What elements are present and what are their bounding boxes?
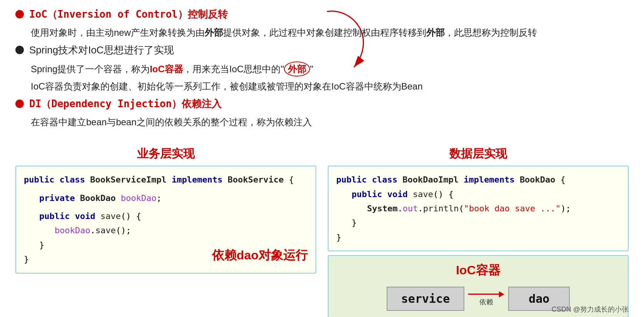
arrow-area: 依赖: [468, 291, 504, 307]
spring-sub-text2: ，用来充当IoC思想中的": [183, 62, 284, 76]
ioc-desc-3: ，此思想称为控制反转: [445, 27, 537, 38]
rcode-line-4: }: [336, 216, 620, 230]
arrow-head: [499, 291, 504, 297]
code-line-4: bookDao.save();: [24, 223, 308, 237]
bottom-section: 业务层实现 public class BookServiceImpl imple…: [0, 146, 644, 317]
spring-title-text: Spring技术对IoC思想进行了实现: [29, 43, 174, 58]
code-line-3: public void save() {: [24, 209, 308, 223]
di-sub-item-1: 在容器中建立bean与bean之间的依赖关系的整个过程，称为依赖注入: [31, 115, 629, 129]
arrow-label: 依赖: [479, 297, 493, 307]
code-line-2: private BookDao bookDao;: [24, 191, 308, 205]
spring-ioc-highlight: IoC容器: [150, 62, 183, 76]
spring-bullet-item: Spring技术对IoC思想进行了实现: [15, 43, 629, 58]
left-panel-title: 业务层实现: [15, 146, 316, 162]
bullet-dot-2: [15, 46, 24, 54]
right-panel: 数据层实现 public class BookDaoImpl implement…: [328, 146, 629, 317]
di-bullet-item: DI（Dependency Injection）依赖注入: [15, 96, 629, 111]
arrow-line: [468, 291, 504, 297]
footer: CSDN @努力成长的小张: [552, 305, 629, 314]
ioc-container-title: IoC容器: [336, 262, 620, 279]
spring-sub-text1: Spring提供了一个容器，称为: [31, 62, 150, 76]
di-title-text: DI（Dependency Injection）依赖注入: [29, 96, 222, 111]
ioc-desc-1: 使用对象时，由主动new产生对象转换为由: [31, 27, 205, 38]
ioc-bullet-item: IoC（Inversion of Control）控制反转: [15, 7, 629, 22]
ioc-title-text: IoC（Inversion of Control）控制反转: [29, 7, 228, 22]
waibiao-circle: 外部: [284, 61, 310, 76]
spring-sub-desc-2: IoC容器负责对象的创建、初始化等一系列工作，被创建或被管理的对象在IoC容器中…: [31, 80, 423, 93]
ioc-desc-text: 使用对象时，由主动new产生对象转换为由外部提供对象，此过程中对象创建控制权由程…: [31, 26, 537, 40]
main-content: IoC（Inversion of Control）控制反转 使用对象时，由主动n…: [0, 0, 644, 139]
spring-sub-list: Spring提供了一个容器，称为IoC容器，用来充当IoC思想中的"外部" Io…: [31, 61, 629, 93]
rcode-line-3: System.out.println("book dao save ...");: [336, 201, 620, 216]
bullet-dot-1: [15, 10, 24, 18]
arrow-shaft: [468, 294, 499, 295]
left-code-box: public class BookServiceImpl implements …: [15, 166, 316, 273]
ioc-waibei-2: 外部: [426, 27, 445, 38]
spring-sub-desc-1: Spring提供了一个容器，称为IoC容器，用来充当IoC思想中的"外部": [31, 61, 313, 76]
spring-sub-item-1: Spring提供了一个容器，称为IoC容器，用来充当IoC思想中的"外部": [31, 61, 629, 76]
di-sub-desc: 在容器中建立bean与bean之间的依赖关系的整个过程，称为依赖注入: [31, 115, 312, 129]
right-panel-title: 数据层实现: [328, 146, 629, 162]
di-title-label: DI（Dependency Injection）依赖注入: [29, 98, 222, 110]
right-code-box: public class BookDaoImpl implements Book…: [328, 166, 629, 251]
service-box: service: [387, 287, 464, 311]
code-line-1: public class BookServiceImpl implements …: [24, 173, 308, 187]
ioc-desc-2: 提供对象，此过程中对象创建控制权由程序转移到: [223, 27, 426, 38]
rcode-line-1: public class BookDaoImpl implements Book…: [336, 173, 620, 187]
dependency-note: 依赖dao对象运行: [212, 245, 308, 266]
closing-quote: ": [310, 62, 314, 76]
rcode-line-2: public void save() {: [336, 187, 620, 201]
spring-sub-item-2: IoC容器负责对象的创建、初始化等一系列工作，被创建或被管理的对象在IoC容器中…: [31, 80, 629, 93]
rcode-line-5: }: [336, 230, 620, 244]
bullet-dot-3: [15, 100, 24, 108]
ioc-sub-list: 使用对象时，由主动new产生对象转换为由外部提供对象，此过程中对象创建控制权由程…: [31, 26, 629, 40]
ioc-waibei-1: 外部: [205, 27, 223, 38]
di-sub-list: 在容器中建立bean与bean之间的依赖关系的整个过程，称为依赖注入: [31, 115, 629, 129]
left-panel: 业务层实现 public class BookServiceImpl imple…: [15, 146, 316, 317]
ioc-title-label: IoC（Inversion of Control）控制反转: [29, 8, 228, 20]
ioc-sub-item-1: 使用对象时，由主动new产生对象转换为由外部提供对象，此过程中对象创建控制权由程…: [31, 26, 629, 40]
